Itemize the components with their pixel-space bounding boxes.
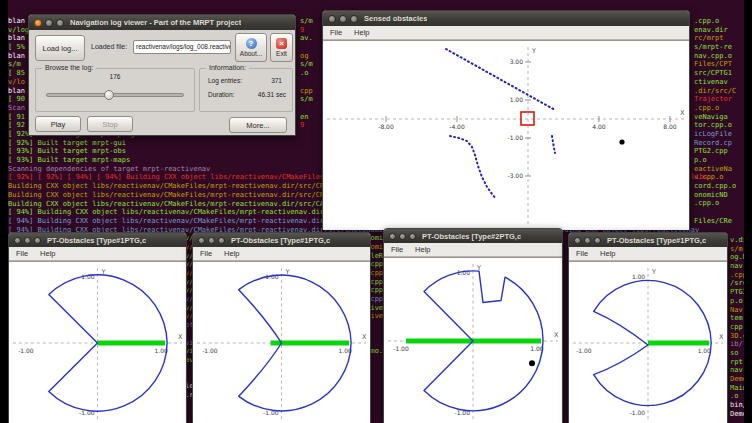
sensed-titlebar[interactable]: Sensed obstacles — [323, 11, 689, 26]
duration-label: Duration: — [208, 91, 234, 98]
window-title: Navigation log viewer - Part of the MRPT… — [70, 18, 241, 27]
exit-label: Exit — [276, 50, 287, 57]
maximize-button[interactable] — [350, 15, 358, 23]
x-tick-label: 4.00 — [592, 123, 606, 130]
maximize-button[interactable] — [594, 237, 601, 244]
menu-file[interactable]: File — [16, 249, 28, 258]
log-entries-value: 371 — [271, 77, 282, 84]
window-pt-obstacles-4: PT-Obstacles [Type#1PTG,c File Help X Y … — [568, 232, 728, 423]
x-tick-label: -4.00 — [449, 123, 465, 130]
browse-log-legend: Browse the log: — [42, 64, 96, 71]
x-tick-label: -1.00 — [202, 347, 218, 354]
close-button[interactable] — [34, 19, 42, 27]
menu-file[interactable]: File — [200, 249, 212, 258]
x-tick-label: -8.00 — [378, 123, 394, 130]
window-pt-obstacles-1: PT-Obstacles [Type#1PTG,c File Help X Y … — [8, 232, 187, 423]
x-tick-label: -1.00 — [393, 345, 409, 352]
sensed-plot-area[interactable]: X Y -8.00 -4.00 4.00 8.00 3.00 1.00 -1.0… — [323, 40, 689, 230]
pt1-titlebar[interactable]: PT-Obstacles [Type#1PTG,c — [9, 233, 186, 247]
exit-button[interactable]: × Exit — [270, 33, 293, 62]
menu-help[interactable]: Help — [600, 249, 615, 258]
close-button[interactable] — [389, 233, 396, 240]
window-title: PT-Obstacles [Type#1PTG,c — [607, 236, 706, 245]
stop-button[interactable]: Stop — [87, 116, 133, 132]
information-group: Information: Log entries: 371 Duration: … — [199, 68, 293, 112]
log-slider-track[interactable] — [46, 93, 184, 97]
log-slider-thumb[interactable] — [104, 90, 114, 100]
y-axis-label: Y — [651, 268, 656, 276]
pt1-plot-area[interactable]: X Y -1.00 1.00 1.00 -1.00 — [9, 261, 186, 423]
x-tick-label: 8.00 — [663, 123, 677, 130]
menu-file[interactable]: File — [391, 245, 403, 254]
close-button[interactable] — [198, 237, 205, 244]
close-button[interactable] — [574, 237, 581, 244]
navlog-titlebar[interactable]: Navigation log viewer - Part of the MRPT… — [29, 15, 295, 30]
loaded-file-label: Loaded file: — [91, 43, 127, 50]
menu-help[interactable]: Help — [354, 28, 369, 37]
x-tick-label: -1.00 — [576, 348, 592, 354]
x-tick-label: -1.00 — [18, 347, 34, 354]
y-tick-label: 3.00 — [510, 58, 524, 65]
obstacle-points-arc — [450, 136, 496, 199]
pt3-plot-area[interactable]: X Y -1.00 1.00 1.00 -1.00 — [384, 257, 562, 423]
load-log-button[interactable]: Load log... — [35, 35, 85, 61]
x-axis-label: X — [554, 331, 559, 339]
menu-help[interactable]: Help — [40, 249, 55, 258]
close-button[interactable] — [14, 237, 21, 244]
x-axis-label: X — [362, 333, 367, 341]
window-navlog-viewer: Navigation log viewer - Part of the MRPT… — [28, 14, 296, 136]
minimize-button[interactable] — [208, 237, 215, 244]
window-sensed-obstacles: Sensed obstacles File Help X Y -8.00 -4.… — [322, 10, 690, 229]
minimize-button[interactable] — [399, 233, 406, 240]
duration-value: 46.31 sec — [258, 91, 286, 98]
y-tick-label: 1.00 — [510, 96, 524, 103]
pt4-titlebar[interactable]: PT-Obstacles [Type#1PTG,c — [569, 233, 727, 247]
maximize-button[interactable] — [34, 237, 41, 244]
pt1-menubar: File Help — [9, 247, 186, 261]
navlog-body: Load log... Loaded file: reactivenav/log… — [29, 30, 295, 135]
menu-file[interactable]: File — [576, 249, 588, 258]
menu-help[interactable]: Help — [224, 249, 239, 258]
minimize-button[interactable] — [24, 237, 31, 244]
log-entries-label: Log entries: — [208, 77, 242, 84]
window-title: PT-Obstacles [Type#1PTG,c — [47, 236, 146, 245]
pt3-menubar: File Help — [384, 243, 562, 257]
pt2-titlebar[interactable]: PT-Obstacles [Type#1PTG,c — [193, 233, 370, 247]
maximize-button[interactable] — [218, 237, 225, 244]
maximize-button[interactable] — [56, 19, 64, 27]
y-tick-label: -3.00 — [507, 172, 523, 179]
pt2-plot-area[interactable]: X Y -1.00 1.00 1.00 -1.00 — [193, 261, 370, 423]
target-dot — [529, 360, 535, 366]
x-axis-label: X — [719, 333, 724, 341]
about-button[interactable]: ? About... — [235, 33, 267, 62]
more-button[interactable]: More... — [229, 117, 287, 133]
target-dot — [619, 139, 624, 144]
x-axis-label: X — [680, 109, 685, 117]
y-tick-label: 1.00 — [632, 274, 645, 280]
window-pt-obstacles-2: PT-Obstacles [Type#1PTG,c File Help X Y … — [192, 232, 371, 423]
minimize-button[interactable] — [45, 19, 53, 27]
play-button[interactable]: Play — [35, 116, 81, 132]
window-title: PT-Obstacles [Type#2PTG,c — [422, 232, 521, 241]
close-button[interactable] — [328, 15, 336, 23]
pt3-titlebar[interactable]: PT-Obstacles [Type#2PTG,c — [384, 229, 562, 243]
minimize-button[interactable] — [339, 15, 347, 23]
loaded-file-input[interactable]: reactivenav/logs/log_008.reactivenav — [133, 40, 231, 54]
menu-file[interactable]: File — [330, 28, 342, 37]
y-tick-label: -1.00 — [630, 410, 646, 416]
pt4-menubar: File Help — [569, 247, 727, 261]
minimize-button[interactable] — [584, 237, 591, 244]
about-icon: ? — [246, 38, 257, 49]
pt4-plot-area[interactable]: X Y -1.00 1.00 1.00 -1.00 — [569, 261, 727, 423]
terminal-mid-text: s/m9av.ogs/m.ocpps/men9 — [300, 17, 313, 130]
obstacle-points-segment — [552, 136, 555, 153]
window-title: Sensed obstacles — [364, 14, 427, 23]
maximize-button[interactable] — [409, 233, 416, 240]
obstacle-points-wall — [446, 49, 555, 110]
about-label: About... — [240, 50, 262, 57]
browse-log-group: Browse the log: 176 — [35, 68, 195, 112]
terminal-left-text: blanv/logblan[ 5%blans/m[ 85v/loblan[ 90… — [8, 17, 29, 130]
menu-help[interactable]: Help — [415, 245, 430, 254]
x-tick-label: 1.00 — [698, 348, 711, 354]
pt2-menubar: File Help — [193, 247, 370, 261]
